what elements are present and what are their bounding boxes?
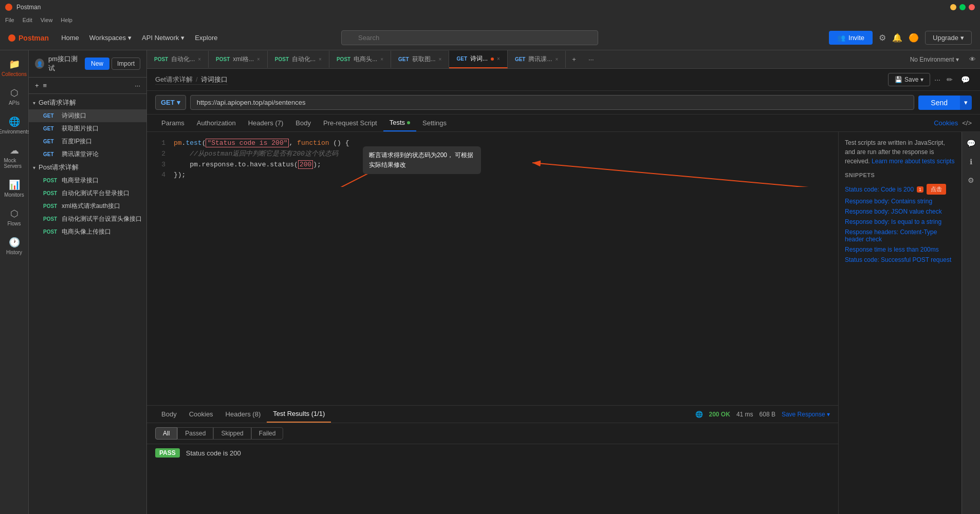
menu-edit[interactable]: Edit bbox=[23, 17, 32, 23]
tree-item-baidu-ip[interactable]: GET 百度IP接口 bbox=[29, 135, 146, 148]
filter-passed[interactable]: Passed bbox=[177, 427, 213, 440]
res-tab-test-results[interactable]: Test Results (1/1) bbox=[267, 406, 331, 423]
comment-icon[interactable]: 💬 bbox=[959, 73, 972, 86]
info-icon[interactable]: ℹ bbox=[967, 155, 975, 169]
more-tabs-button[interactable]: ··· bbox=[582, 51, 600, 67]
snippet-4[interactable]: Response headers: Content-Type header ch… bbox=[845, 227, 955, 244]
sidebar-item-flows[interactable]: ⬡ Flows bbox=[2, 204, 27, 231]
tab-1[interactable]: POST xml格... × bbox=[209, 51, 268, 68]
snippet-3[interactable]: Response body: Is equal to a string bbox=[845, 217, 955, 227]
edit-icon[interactable]: ✏ bbox=[945, 73, 955, 86]
tab-close-icon[interactable]: × bbox=[257, 56, 260, 62]
tab-authorization[interactable]: Authorization bbox=[191, 115, 242, 131]
pass-badge: PASS bbox=[155, 448, 180, 458]
snippet-0[interactable]: Status code: Code is 200 1 点击 bbox=[845, 182, 955, 196]
res-tab-headers[interactable]: Headers (8) bbox=[219, 406, 267, 422]
tab-5[interactable]: GET 诗词... × bbox=[449, 50, 507, 68]
sidebar-item-apis[interactable]: ⬡ APIs bbox=[2, 83, 27, 110]
more-icon[interactable]: ··· bbox=[135, 82, 140, 89]
search-input[interactable] bbox=[341, 30, 598, 45]
send-dropdown-button[interactable]: ▾ bbox=[960, 96, 972, 110]
tab-pre-request[interactable]: Pre-request Script bbox=[317, 115, 383, 131]
tab-settings[interactable]: Settings bbox=[416, 115, 453, 131]
tab-params[interactable]: Params bbox=[155, 115, 191, 131]
menu-file[interactable]: File bbox=[5, 17, 14, 23]
tree-item-auto-login[interactable]: POST 自动化测试平台登录接口 bbox=[29, 187, 146, 200]
save-button[interactable]: 💾 Save ▾ bbox=[888, 73, 930, 86]
more-actions-icon[interactable]: ··· bbox=[934, 75, 940, 84]
sidebar-item-environments[interactable]: 🌐 Environments bbox=[2, 112, 27, 139]
tab-tests[interactable]: Tests bbox=[383, 115, 416, 131]
window-controls[interactable] bbox=[950, 4, 975, 10]
tab-body[interactable]: Body bbox=[289, 115, 317, 131]
group-get-header[interactable]: ▾ Get请求详解 bbox=[29, 96, 146, 109]
tree-item-ecom-login[interactable]: POST 电商登录接口 bbox=[29, 174, 146, 187]
import-button[interactable]: Import bbox=[112, 58, 140, 70]
send-group: Send ▾ bbox=[918, 96, 972, 110]
res-tab-body[interactable]: Body bbox=[155, 406, 183, 422]
tab-6[interactable]: GET 腾讯课... × bbox=[508, 51, 566, 68]
tab-2[interactable]: POST 自动化... × bbox=[268, 51, 329, 68]
tree-item-auto-avatar[interactable]: POST 自动化测试平台设置头像接口 bbox=[29, 213, 146, 225]
tab-headers[interactable]: Headers (7) bbox=[242, 115, 290, 131]
tab-close-icon[interactable]: × bbox=[439, 56, 442, 62]
maximize-btn[interactable] bbox=[959, 4, 966, 10]
save-response-button[interactable]: Save Response ▾ bbox=[782, 411, 830, 418]
snippet-1[interactable]: Response body: Contains string bbox=[845, 196, 955, 206]
add-tab-button[interactable]: + bbox=[566, 51, 582, 67]
filter-icon[interactable]: ≡ bbox=[43, 82, 47, 89]
new-button[interactable]: New bbox=[85, 58, 109, 70]
tree-item-xml-auth[interactable]: POST xml格式请求auth接口 bbox=[29, 200, 146, 213]
snippet-2[interactable]: Response body: JSON value check bbox=[845, 206, 955, 217]
nav-explore[interactable]: Explore bbox=[191, 32, 221, 44]
avatar[interactable]: 🟠 bbox=[909, 33, 919, 43]
tree-item-ecom-upload[interactable]: POST 电商头像上传接口 bbox=[29, 225, 146, 238]
eye-icon[interactable]: 👁 bbox=[965, 51, 980, 67]
code-icon[interactable]: </> bbox=[962, 119, 972, 127]
method-select[interactable]: GET ▾ bbox=[155, 95, 186, 110]
filter-skipped[interactable]: Skipped bbox=[213, 427, 251, 440]
snippet-5[interactable]: Response time is less than 200ms bbox=[845, 244, 955, 255]
code-editor[interactable]: 1 pm.test("Status code is 200", function… bbox=[147, 132, 838, 187]
tab-close-icon[interactable]: × bbox=[497, 56, 500, 62]
comment-edge-icon[interactable]: 💬 bbox=[964, 136, 978, 150]
settings-icon[interactable]: ⚙ bbox=[879, 33, 886, 43]
tab-close-icon[interactable]: × bbox=[319, 56, 322, 62]
sidebar-item-history[interactable]: 🕐 History bbox=[2, 233, 27, 259]
tree-item-image[interactable]: GET 获取图片接口 bbox=[29, 122, 146, 135]
snippet-6[interactable]: Status code: Successful POST request bbox=[845, 255, 955, 265]
filter-failed[interactable]: Failed bbox=[251, 427, 284, 440]
upgrade-button[interactable]: Upgrade ▾ bbox=[925, 31, 972, 45]
tab-0[interactable]: POST 自动化... × bbox=[147, 51, 209, 68]
nav-home[interactable]: Home bbox=[57, 32, 83, 44]
minimize-btn[interactable] bbox=[950, 4, 956, 10]
tree-item-shici[interactable]: GET 诗词接口 bbox=[29, 109, 146, 122]
learn-more-link[interactable]: Learn more about tests scripts bbox=[872, 158, 954, 165]
close-btn[interactable] bbox=[969, 4, 975, 10]
group-post-header[interactable]: ▾ Post请求详解 bbox=[29, 161, 146, 174]
settings-edge-icon[interactable]: ⚙ bbox=[965, 173, 977, 187]
tab-close-icon[interactable]: × bbox=[555, 56, 558, 62]
code-line-4: 4 }); bbox=[155, 170, 830, 181]
filter-all[interactable]: All bbox=[155, 427, 177, 440]
menu-view[interactable]: View bbox=[41, 17, 53, 23]
sidebar-item-mock-servers[interactable]: ☁ Mock Servers bbox=[2, 141, 27, 173]
bell-icon[interactable]: 🔔 bbox=[892, 33, 902, 43]
tab-4[interactable]: GET 获取图... × bbox=[391, 51, 449, 68]
send-button[interactable]: Send bbox=[918, 96, 960, 110]
url-input[interactable] bbox=[190, 95, 915, 110]
plus-icon[interactable]: + bbox=[35, 82, 39, 89]
tab-close-icon[interactable]: × bbox=[380, 56, 383, 62]
cookies-link[interactable]: Cookies bbox=[934, 119, 958, 127]
sidebar-item-collections[interactable]: 📁 Collections bbox=[2, 54, 27, 81]
tab-3[interactable]: POST 电商头... × bbox=[329, 51, 391, 68]
res-tab-cookies[interactable]: Cookies bbox=[183, 406, 219, 422]
nav-api-network[interactable]: API Network ▾ bbox=[138, 32, 189, 44]
tab-close-icon[interactable]: × bbox=[198, 56, 201, 62]
invite-button[interactable]: 👥 Invite bbox=[829, 31, 873, 45]
nav-workspaces[interactable]: Workspaces ▾ bbox=[85, 32, 136, 44]
sidebar-item-monitors[interactable]: 📊 Monitors bbox=[2, 175, 27, 202]
tree-item-tencent-comment[interactable]: GET 腾讯课堂评论 bbox=[29, 148, 146, 161]
click-tooltip-button[interactable]: 点击 bbox=[927, 184, 946, 195]
menu-help[interactable]: Help bbox=[61, 17, 72, 23]
